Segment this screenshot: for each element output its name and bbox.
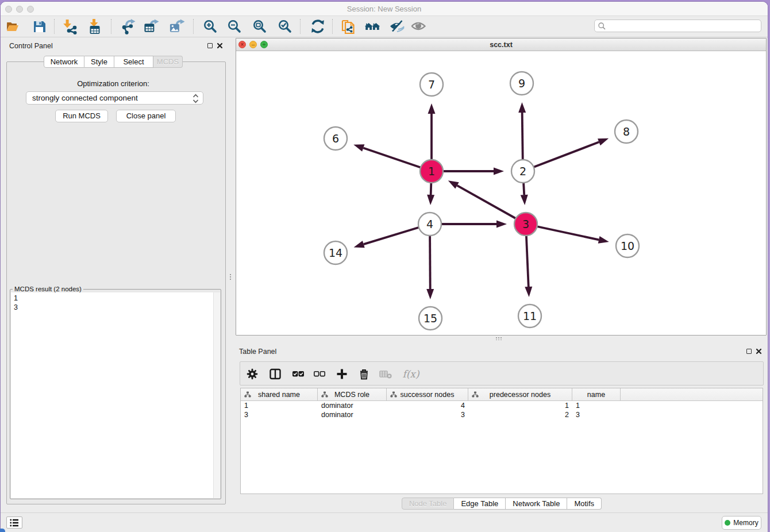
column-header-MCDS-role[interactable]: MCDS role bbox=[318, 388, 387, 400]
tab-select[interactable]: Select bbox=[114, 56, 153, 68]
table-header-row: shared nameMCDS rolesuccessor nodesprede… bbox=[241, 388, 763, 401]
hide-selected-icon[interactable] bbox=[389, 18, 405, 34]
mcds-result-legend: MCDS result (2 nodes) bbox=[13, 286, 83, 292]
arrowhead-4-14 bbox=[354, 241, 365, 248]
cell-shared-name[interactable]: 1 bbox=[241, 401, 318, 410]
zoom-out-icon[interactable] bbox=[226, 18, 242, 34]
memory-button[interactable]: Memory bbox=[722, 516, 761, 530]
tab-network[interactable]: Network bbox=[44, 56, 84, 68]
tab-network-table[interactable]: Network Table bbox=[506, 498, 567, 510]
tab-style[interactable]: Style bbox=[84, 56, 114, 68]
horizontal-splitter[interactable] bbox=[236, 336, 767, 344]
criterion-dropdown[interactable]: strongly connected component bbox=[26, 91, 203, 105]
tab-motifs[interactable]: Motifs bbox=[567, 498, 602, 510]
close-panel-icon[interactable] bbox=[756, 348, 762, 354]
mcds-result-textarea[interactable]: 1 3 bbox=[11, 292, 220, 498]
add-icon[interactable] bbox=[336, 368, 348, 380]
splitter-handle[interactable] bbox=[495, 337, 502, 340]
arrowhead-3-11 bbox=[525, 287, 532, 297]
node-label-10: 10 bbox=[621, 240, 634, 252]
cell-predecessor-nodes[interactable]: 2 bbox=[468, 410, 572, 419]
network-window-titlebar: × – + scc.txt bbox=[236, 38, 766, 51]
list-icon bbox=[10, 519, 19, 527]
table-row[interactable]: 1dominator411 bbox=[241, 401, 763, 410]
arrowhead-1-7 bbox=[428, 103, 436, 114]
window-titlebar: Session: New Session bbox=[1, 2, 768, 16]
node-label-8: 8 bbox=[623, 125, 630, 138]
cell-MCDS-role[interactable]: dominator bbox=[318, 410, 387, 419]
cell-name[interactable]: 1 bbox=[572, 401, 621, 410]
main-toolbar bbox=[1, 17, 768, 37]
mcds-result-lines: 1 3 bbox=[14, 294, 18, 312]
tab-node-table[interactable]: Node Table bbox=[402, 498, 455, 510]
splitter-handle[interactable] bbox=[229, 273, 232, 280]
tab-edge-table[interactable]: Edge Table bbox=[454, 498, 506, 510]
column-header-name[interactable]: name bbox=[572, 388, 621, 400]
select-all-icon[interactable] bbox=[292, 368, 305, 380]
control-panel-tabs: NetworkStyleSelectMCDS bbox=[1, 56, 226, 68]
column-header-predecessor-nodes[interactable]: predecessor nodes bbox=[468, 388, 572, 400]
search-icon bbox=[598, 22, 606, 30]
arrowhead-2-8 bbox=[598, 138, 609, 146]
save-session-icon[interactable] bbox=[31, 18, 47, 34]
node-label-9: 9 bbox=[518, 77, 525, 90]
task-history-button[interactable] bbox=[6, 516, 22, 529]
vertical-splitter[interactable] bbox=[226, 37, 236, 512]
cell-predecessor-nodes[interactable]: 1 bbox=[468, 401, 572, 410]
node-label-14: 14 bbox=[329, 246, 342, 259]
function-builder-icon[interactable]: f(x) bbox=[401, 368, 421, 380]
column-header-shared-name[interactable]: shared name bbox=[241, 388, 318, 400]
run-mcds-button[interactable]: Run MCDS bbox=[55, 110, 108, 122]
home-layout-icon[interactable] bbox=[364, 18, 380, 34]
cell-name[interactable]: 3 bbox=[572, 410, 621, 419]
close-panel-button[interactable]: Close panel bbox=[116, 110, 176, 122]
cell-shared-name[interactable]: 3 bbox=[241, 410, 318, 419]
export-table-icon[interactable] bbox=[143, 18, 159, 34]
table-panel-title: Table Panel bbox=[239, 348, 276, 356]
column-header-successor-nodes[interactable]: successor nodes bbox=[387, 388, 468, 400]
refresh-icon[interactable] bbox=[310, 18, 326, 34]
zoom-in-icon[interactable] bbox=[202, 18, 218, 34]
tab-mcds[interactable]: MCDS bbox=[153, 56, 183, 68]
table-row[interactable]: 3dominator323 bbox=[241, 410, 763, 419]
cell-successor-nodes[interactable]: 4 bbox=[387, 401, 468, 410]
hierarchy-icon bbox=[244, 391, 251, 398]
arrowhead-2-3 bbox=[521, 195, 528, 205]
show-all-icon[interactable] bbox=[410, 18, 426, 34]
float-panel-icon[interactable] bbox=[746, 349, 752, 354]
float-panel-icon[interactable] bbox=[207, 43, 213, 48]
open-session-icon[interactable] bbox=[5, 18, 21, 34]
table-toolbar: f(x) bbox=[240, 361, 764, 385]
node-label-7: 7 bbox=[428, 78, 435, 91]
cell-MCDS-role[interactable]: dominator bbox=[318, 401, 387, 410]
toolbar-separator bbox=[193, 19, 194, 34]
hierarchy-icon bbox=[321, 391, 328, 398]
deselect-all-icon[interactable] bbox=[313, 368, 326, 380]
gear-icon[interactable] bbox=[246, 368, 259, 380]
node-label-3: 3 bbox=[522, 218, 529, 230]
columns-icon[interactable] bbox=[269, 368, 282, 380]
delete-icon[interactable] bbox=[357, 368, 370, 380]
delete-table-icon[interactable] bbox=[379, 368, 392, 380]
close-panel-icon[interactable] bbox=[217, 43, 223, 49]
node-label-1: 1 bbox=[428, 165, 435, 178]
import-table-icon[interactable] bbox=[87, 18, 103, 34]
network-canvas[interactable]: 7968124314101511 bbox=[236, 51, 766, 335]
network-window-title: scc.txt bbox=[236, 41, 766, 49]
zoom-selected-icon[interactable] bbox=[276, 18, 292, 34]
import-network-icon[interactable] bbox=[61, 18, 78, 34]
arrowhead-1-2 bbox=[494, 168, 504, 175]
result-scrollbar[interactable] bbox=[213, 292, 220, 498]
edge-2-8[interactable] bbox=[523, 142, 599, 171]
mcds-result-groupbox: MCDS result (2 nodes) 1 3 bbox=[10, 289, 221, 499]
export-image-icon[interactable] bbox=[168, 18, 184, 34]
search-input[interactable] bbox=[606, 21, 761, 31]
cell-successor-nodes[interactable]: 3 bbox=[387, 410, 468, 419]
table-panel-header: Table Panel bbox=[236, 344, 767, 358]
clone-network-icon[interactable] bbox=[340, 18, 356, 34]
search-field[interactable] bbox=[594, 20, 761, 32]
hierarchy-icon bbox=[390, 391, 397, 398]
node-label-11: 11 bbox=[523, 310, 537, 322]
new-network-icon[interactable] bbox=[120, 18, 136, 34]
zoom-fit-icon[interactable] bbox=[251, 18, 267, 34]
